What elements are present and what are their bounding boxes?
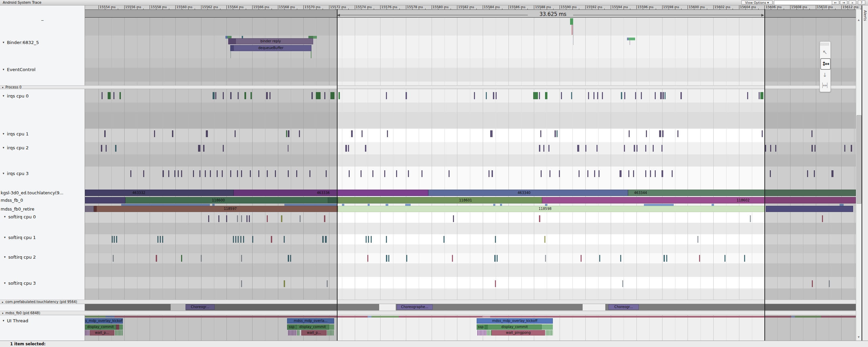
horizontal-zoom-tool-icon[interactable]: ↔: [820, 81, 829, 90]
timeline-ruler[interactable]: 15554 ms15556 ms15558 ms15560 ms15562 ms…: [85, 5, 862, 10]
expanded-arrow-icon[interactable]: ▾: [4, 281, 6, 285]
sidebar-item-irqs-cpu-2[interactable]: ▾irqs cpu 2: [3, 145, 28, 150]
event-tick-irqs-cpu-2-ticks[interactable]: [365, 145, 366, 152]
event-tick-softirq-cpu-2-ticks[interactable]: [494, 255, 496, 262]
palette-grip-handle[interactable]: [820, 43, 829, 46]
event-tick-irqs-cpu-3-ticks[interactable]: [541, 170, 542, 177]
selection-right-edge[interactable]: [764, 9, 765, 341]
expanded-arrow-icon[interactable]: ▾: [2, 312, 3, 315]
event-tick-irqs-cpu-3-ticks[interactable]: [672, 170, 673, 177]
event-tick-irqs-cpu-2-ticks[interactable]: [548, 145, 549, 152]
event-tick-irqs-cpu-0-ticks[interactable]: [624, 92, 625, 99]
event-tick-softirq-cpu-1-ticks[interactable]: [495, 236, 496, 243]
event-tick-irqs-cpu-3-ticks[interactable]: [384, 170, 385, 177]
pointer-tool-icon[interactable]: ↖: [820, 47, 829, 57]
event-tick-irqs-cpu-2-ticks[interactable]: [348, 145, 349, 152]
search-input[interactable]: [774, 0, 832, 5]
expanded-arrow-icon[interactable]: ▾: [3, 146, 4, 149]
event-tick-irqs-cpu-0-ticks[interactable]: [602, 92, 603, 99]
event-tick-irqs-cpu-1-ticks[interactable]: [362, 130, 363, 137]
event-tick-irqs-cpu-3-ticks[interactable]: [492, 170, 493, 177]
sidebar-item-mdss-fb-0[interactable]: mdss_fb_0: [1, 198, 23, 203]
expanded-arrow-icon[interactable]: ▾: [4, 236, 6, 239]
event-tick-irqs-cpu-3-ticks[interactable]: [349, 170, 350, 177]
event-tick-irqs-cpu-1-ticks[interactable]: [762, 130, 763, 137]
event-tick-irqs-cpu-1-ticks[interactable]: [646, 130, 647, 137]
sidebar-item-softirq-cpu-2[interactable]: ▾softirq cpu 2: [4, 255, 36, 260]
expanded-arrow-icon[interactable]: ▾: [4, 255, 6, 259]
event-tick-softirq-cpu-2-ticks[interactable]: [699, 255, 700, 262]
event-tick-irqs-cpu-1-ticks[interactable]: [677, 130, 678, 137]
sidebar-item-softirq-cpu-0[interactable]: ▾softirq cpu 0: [4, 214, 36, 219]
event-tick-softirq-cpu-2-ticks[interactable]: [367, 255, 368, 262]
slice-fb0-118601[interactable]: 118601: [338, 197, 542, 203]
event-tick-softirq-cpu-3-ticks[interactable]: [495, 280, 496, 287]
group-header-com-prefabulated[interactable]: ▸com.prefabulated.touchlatency (pid 9564…: [0, 300, 856, 304]
slice-wait-3[interactable]: wait_pingpong: [492, 330, 545, 335]
event-tick-irqs-cpu-3-ticks[interactable]: [628, 170, 629, 177]
event-tick-irqs-cpu-0-ticks[interactable]: [660, 92, 662, 99]
event-tick-irqs-cpu-3-ticks[interactable]: [655, 170, 656, 177]
event-tick-irqs-cpu-0-ticks[interactable]: [474, 92, 475, 99]
group-header-process-0[interactable]: ▾Process 0: [0, 85, 856, 89]
event-tick-softirq-cpu-1-ticks[interactable]: [366, 236, 367, 243]
event-tick-irqs-cpu-0-ticks[interactable]: [635, 92, 636, 99]
slice-ssp-3[interactable]: ssp: [477, 324, 485, 330]
selection-left-edge[interactable]: [337, 9, 338, 341]
event-tick-irqs-cpu-3-ticks[interactable]: [650, 170, 651, 177]
event-tick-irqs-cpu-0-ticks[interactable]: [588, 92, 589, 99]
expanded-arrow-icon[interactable]: ▾: [3, 41, 4, 44]
event-tick-irqs-cpu-0-ticks[interactable]: [486, 92, 487, 99]
event-tick-irqs-cpu-2-ticks[interactable]: [596, 145, 598, 152]
sidebar-item-kgsl[interactable]: kgsl-3d0_ed.touchlatency(9...: [1, 190, 63, 195]
slice-choreographer-3[interactable]: Choreogr...: [608, 304, 639, 310]
event-tick-softirq-cpu-2-ticks[interactable]: [664, 255, 665, 262]
event-tick-irqs-cpu-0-ticks[interactable]: [406, 92, 407, 99]
event-tick-irqs-cpu-0-ticks[interactable]: [597, 92, 598, 99]
event-tick-irqs-cpu-0-ticks[interactable]: [545, 92, 547, 99]
event-tick-irqs-cpu-0-ticks[interactable]: [655, 92, 656, 99]
event-tick-irqs-cpu-0-ticks[interactable]: [759, 92, 760, 99]
event-tick-irqs-cpu-1-ticks[interactable]: [659, 130, 661, 137]
event-tick-irqs-cpu-2-ticks[interactable]: [645, 145, 646, 152]
sidebar-item-softirq-cpu-1[interactable]: ▾softirq cpu 1: [4, 235, 36, 240]
sidebar-item-ui-thread[interactable]: ▾UI Thread: [3, 318, 28, 323]
event-tick-irqs-cpu-3-ticks[interactable]: [594, 170, 595, 177]
event-tick-irqs-cpu-2-ticks[interactable]: [636, 145, 637, 152]
event-tick-irqs-cpu-0-ticks[interactable]: [747, 92, 748, 99]
event-tick-irqs-cpu-0-ticks[interactable]: [533, 92, 538, 99]
event-tick-softirq-cpu-2-ticks[interactable]: [406, 255, 407, 262]
event-tick-softirq-cpu-2-ticks[interactable]: [452, 255, 453, 262]
event-tick-softirq-cpu-1-ticks[interactable]: [386, 236, 387, 243]
event-tick-irqs-cpu-0-ticks[interactable]: [663, 92, 664, 99]
nav-forward-button[interactable]: →: [840, 0, 847, 4]
slice-commit-3[interactable]: display_commit: [487, 324, 542, 330]
event-tick-irqs-cpu-2-ticks[interactable]: [634, 145, 635, 152]
expanded-arrow-icon[interactable]: ▾: [3, 319, 4, 322]
slice-kgsl-463340[interactable]: 463340: [428, 190, 628, 196]
event-tick-irqs-cpu-0-ticks[interactable]: [665, 92, 666, 99]
group-header-mdss-fb0-pid[interactable]: ▾mdss_fb0 (pid 6848): [0, 311, 856, 315]
slice-choreographer-2[interactable]: Choreographe...: [397, 304, 433, 310]
pan-tool-icon[interactable]: ↕↔: [820, 58, 831, 70]
event-tick-irqs-cpu-3-ticks[interactable]: [579, 170, 580, 177]
event-tick-softirq-cpu-2-ticks[interactable]: [388, 255, 389, 262]
event-tick-softirq-cpu-1-ticks[interactable]: [371, 236, 372, 243]
event-tick-irqs-cpu-2-ticks[interactable]: [653, 145, 654, 152]
sidebar-item-irqs-cpu-3[interactable]: ▾irqs cpu 3: [3, 171, 28, 176]
nav-skip-button[interactable]: »: [849, 0, 856, 4]
event-tick-irqs-cpu-3-ticks[interactable]: [549, 170, 550, 177]
event-tick-irqs-cpu-2-ticks[interactable]: [345, 145, 347, 152]
event-tick-irqs-cpu-3-ticks[interactable]: [620, 170, 622, 177]
event-tick-irqs-cpu-1-ticks[interactable]: [557, 130, 558, 137]
event-tick-softirq-cpu-0-ticks[interactable]: [750, 215, 751, 222]
event-tick-softirq-cpu-1-ticks[interactable]: [368, 236, 369, 243]
event-tick-irqs-cpu-3-ticks[interactable]: [599, 170, 600, 177]
event-tick-irqs-cpu-2-ticks[interactable]: [577, 145, 579, 152]
sidebar-item-irqs-cpu-0[interactable]: ▾irqs cpu 0: [3, 93, 28, 99]
event-tick-irqs-cpu-0-ticks[interactable]: [571, 92, 572, 99]
expanded-arrow-icon[interactable]: ▾: [3, 68, 4, 71]
event-tick-irqs-cpu-0-ticks[interactable]: [680, 92, 682, 99]
event-tick-irqs-cpu-0-ticks[interactable]: [386, 92, 387, 99]
event-tick-softirq-cpu-1-ticks[interactable]: [697, 236, 698, 243]
